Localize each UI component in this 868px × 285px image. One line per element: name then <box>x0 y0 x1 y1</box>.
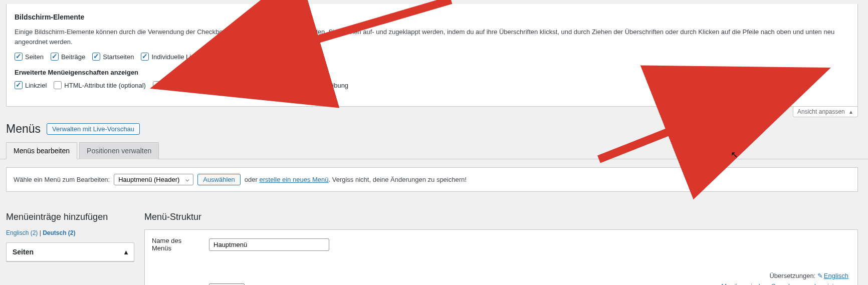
screen-box-label: Schlagwörter <box>268 53 306 61</box>
menu-select-bar: Wähle ein Menü zum Bearbeiten: Hauptmenü… <box>6 167 858 192</box>
advanced-title: Erweiterte Menüeigenschaften anzeigen <box>15 69 849 76</box>
tab-edit-menus[interactable]: Menüs bearbeiten <box>6 142 77 159</box>
screen-options-panel: Bildschirm-Elemente Einige Bildschirm-El… <box>6 4 858 107</box>
screen-box-label: Kategorien <box>219 53 250 61</box>
screen-options-tab[interactable]: Ansicht anpassen ▲ <box>793 107 858 117</box>
live-preview-button[interactable]: Verwalten mit Live-Vorschau <box>47 123 140 135</box>
screen-box-label: Seiten <box>25 53 44 61</box>
pages-metabox-title: Seiten <box>13 248 34 256</box>
screen-box-item[interactable]: Seiten <box>15 53 44 61</box>
screen-tab-row: Ansicht anpassen ▲ <box>0 107 868 117</box>
screen-box-checkbox[interactable] <box>15 53 23 61</box>
caret-up-icon: ▲ <box>848 109 853 115</box>
add-items-heading: Menüeinträge hinzufügen <box>6 212 134 222</box>
screen-box-item[interactable]: Kategorien <box>208 53 250 61</box>
advanced-prop-checkbox[interactable] <box>209 81 217 89</box>
language-switcher: Englisch (2) | Deutsch (2) <box>6 229 134 236</box>
menu-select-label: Wähle ein Menü zum Bearbeiten: <box>14 176 110 183</box>
screen-box-label: Individuelle Links <box>151 53 201 61</box>
nav-tabs: Menüs bearbeiten Positionen verwalten <box>0 142 868 159</box>
caret-up-icon: ▴ <box>124 248 128 256</box>
advanced-prop-checkbox[interactable] <box>54 81 62 89</box>
create-new-menu-link[interactable]: erstelle ein neues Menü <box>259 176 328 183</box>
sync-menus-link[interactable]: Menüs zwischen Sprachen synchronisieren. <box>721 282 848 285</box>
translation-links: Übersetzungen: ✎Englisch Menüs zwischen … <box>721 267 850 285</box>
screen-box-label: Beiträge <box>61 53 85 61</box>
screen-box-checkbox[interactable] <box>208 53 216 61</box>
menu-name-row: Name des Menüs <box>152 237 850 252</box>
screen-box-checkbox[interactable] <box>51 53 59 61</box>
screen-box-checkbox[interactable] <box>141 53 149 61</box>
advanced-prop-item[interactable]: Beschreibung <box>298 81 349 89</box>
left-column: Menüeinträge hinzufügen Englisch (2) | D… <box>6 212 134 285</box>
advanced-prop-item[interactable]: Link-Beziehungen (XFN) <box>209 81 291 89</box>
advanced-prop-checkbox[interactable] <box>15 81 23 89</box>
pages-metabox: Seiten ▴ <box>6 242 134 262</box>
advanced-prop-item[interactable]: HTML-Attribut title (optional) <box>54 81 146 89</box>
screen-tab-label: Ansicht anpassen <box>797 108 845 115</box>
advanced-prop-checkbox[interactable] <box>298 81 306 89</box>
select-bar-text: oder erstelle ein neues Menü. Vergiss ni… <box>245 176 467 183</box>
page-title: Menüs <box>6 122 41 136</box>
advanced-prop-item[interactable]: CSS-Klassen <box>153 81 202 89</box>
screen-box-checkbox[interactable] <box>257 53 265 61</box>
advanced-checkbox-row: LinkzielHTML-Attribut title (optional)CS… <box>15 81 849 89</box>
advanced-prop-label: Link-Beziehungen (XFN) <box>220 82 291 89</box>
advanced-prop-label: Linkziel <box>25 82 47 89</box>
columns: Menüeinträge hinzufügen Englisch (2) | D… <box>0 192 868 285</box>
select-menu-button[interactable]: Auswählen <box>197 174 241 185</box>
screen-options-checkbox-row: SeitenBeiträgeStartseitenIndividuelle Li… <box>15 53 849 61</box>
translations-label: Übersetzungen: <box>769 272 815 279</box>
advanced-prop-checkbox[interactable] <box>153 81 161 89</box>
screen-box-item[interactable]: Startseiten <box>92 53 134 61</box>
screen-box-checkbox[interactable] <box>92 53 100 61</box>
lang-english-link[interactable]: Englisch (2) <box>6 229 38 236</box>
screen-options-desc: Einige Bildschirm-Elemente können durch … <box>15 27 849 47</box>
menu-structure-box: Name des Menüs Sprache Deutsch Übersetzu… <box>144 229 858 285</box>
menu-select[interactable]: Hauptmenü (Header) <box>114 174 193 185</box>
menu-name-label: Name des Menüs <box>152 237 202 252</box>
pencil-icon: ✎ <box>817 272 823 279</box>
advanced-prop-label: HTML-Attribut title (optional) <box>64 82 146 89</box>
screen-box-item[interactable]: Beiträge <box>51 53 85 61</box>
lang-german-link[interactable]: Deutsch (2) <box>43 229 75 236</box>
page-header: Menüs Verwalten mit Live-Vorschau <box>0 117 868 141</box>
advanced-prop-item[interactable]: Linkziel <box>15 81 47 89</box>
menu-structure-heading: Menü-Struktur <box>144 212 858 222</box>
screen-box-label: Startseiten <box>103 53 134 61</box>
right-column: Menü-Struktur Name des Menüs Sprache Deu… <box>144 212 858 285</box>
pages-metabox-header[interactable]: Seiten ▴ <box>7 243 134 261</box>
menu-name-input[interactable] <box>209 238 329 251</box>
screen-options-title: Bildschirm-Elemente <box>15 13 849 21</box>
tab-manage-positions[interactable]: Positionen verwalten <box>79 142 159 159</box>
translation-english-link[interactable]: Englisch <box>824 272 848 279</box>
screen-box-item[interactable]: Individuelle Links <box>141 53 201 61</box>
screen-box-item[interactable]: Schlagwörter <box>257 53 306 61</box>
advanced-prop-label: Beschreibung <box>309 82 349 89</box>
advanced-prop-label: CSS-Klassen <box>163 82 202 89</box>
